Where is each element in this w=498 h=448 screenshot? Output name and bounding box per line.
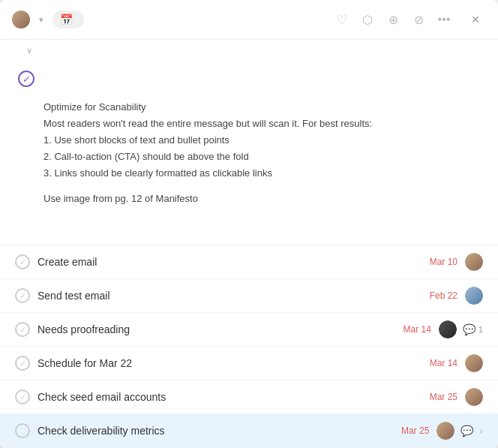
subtask-check-icon[interactable]: ✓ — [15, 356, 30, 371]
check-circle-done: ✓ — [18, 71, 34, 87]
subtask-arrow-icon: › — [479, 425, 483, 437]
subtask-right: Mar 25 — [430, 388, 483, 406]
link-button[interactable]: ⊘ — [406, 8, 430, 32]
subtask-avatar — [465, 388, 483, 406]
subtask-avatar — [465, 253, 483, 271]
subtask-avatar — [465, 287, 483, 305]
subtask-check-icon[interactable] — [15, 423, 30, 438]
people-button[interactable]: ⊕ — [381, 8, 405, 32]
user-dropdown-icon[interactable]: ▾ — [39, 15, 44, 25]
subtask-avatar — [439, 320, 457, 338]
subtask-check-icon[interactable]: ✓ — [15, 389, 30, 404]
subtask-row[interactable]: ✓Needs proofreadingMar 14💬1 — [0, 313, 498, 347]
subtask-name: Create email — [38, 256, 422, 268]
subtask-date: Mar 10 — [430, 257, 458, 267]
subtask-right: Feb 22 — [430, 287, 483, 305]
subtask-check-icon[interactable]: ✓ — [15, 322, 30, 337]
subtask-date: Mar 14 — [404, 324, 431, 335]
subtask-date: Mar 14 — [430, 358, 458, 368]
subtask-check-icon[interactable]: ✓ — [15, 288, 30, 303]
subtask-date: Feb 22 — [430, 290, 458, 301]
desc-line-3: 1. Use short blocks of text and bullet p… — [44, 132, 480, 149]
subtask-row[interactable]: ✓Schedule for Mar 22Mar 14 — [0, 347, 498, 380]
subtask-avatar — [465, 354, 483, 372]
comment-icon[interactable]: 💬 — [460, 425, 473, 437]
date-badge[interactable]: 📅 — [52, 11, 84, 29]
subtask-date: Mar 25 — [430, 392, 458, 402]
avatar — [12, 11, 30, 29]
main-content: ✓ Optimize for Scanability Most readers … — [0, 62, 498, 233]
subtask-name: Needs proofreading — [38, 323, 396, 335]
breadcrumb-caret-icon: ∨ — [26, 46, 32, 56]
more-button[interactable]: ••• — [432, 8, 456, 32]
subtasks-list: ✓Create emailMar 10✓Send test emailFeb 2… — [0, 245, 498, 448]
subtask-name: Check seed email accounts — [38, 391, 422, 403]
calendar-icon: 📅 — [60, 14, 73, 26]
task-header: ✓ — [18, 68, 480, 87]
subtask-right: Mar 25💬› — [401, 422, 483, 440]
subtask-name: Send test email — [38, 290, 422, 302]
task-completion-check[interactable]: ✓ — [18, 71, 34, 87]
subtask-row[interactable]: ✓Check seed email accountsMar 25 — [0, 380, 498, 414]
subtask-check-icon[interactable]: ✓ — [15, 254, 30, 269]
task-description: Optimize for Scanability Most readers wo… — [18, 99, 480, 208]
subtask-name: Schedule for Mar 22 — [38, 357, 422, 369]
desc-line-6: Use image from pg. 12 of Manifesto — [44, 191, 480, 207]
desc-line-1: Optimize for Scanability — [44, 99, 480, 116]
desc-line-4: 2. Call-to-action (CTA) should be above … — [44, 149, 480, 165]
comment-badge: 1 — [478, 325, 483, 334]
modal-header: ▾ 📅 ♡ ⬡ ⊕ ⊘ ••• × — [0, 0, 498, 40]
subtask-right: Mar 14💬1 — [404, 320, 483, 338]
subtask-date: Mar 25 — [401, 425, 429, 436]
subtask-right: Mar 14 — [430, 354, 483, 372]
heart-button[interactable]: ♡ — [330, 8, 354, 32]
subtask-avatar — [436, 422, 454, 440]
breadcrumb: ∨ — [0, 40, 498, 62]
subtask-right: Mar 10 — [430, 253, 483, 271]
subtask-row[interactable]: ✓Create emailMar 10 — [0, 245, 498, 279]
subtask-row[interactable]: ✓Send test emailFeb 22 — [0, 279, 498, 313]
breadcrumb-current[interactable]: ∨ — [24, 46, 32, 56]
task-modal: ▾ 📅 ♡ ⬡ ⊕ ⊘ ••• × ∨ ✓ Op — [0, 0, 498, 448]
subtask-row[interactable]: Check deliverability metricsMar 25💬› — [0, 414, 498, 448]
user-label: ▾ — [36, 15, 44, 25]
desc-line-2: Most readers won't read the entire messa… — [44, 116, 480, 132]
comment-icon[interactable]: 💬 — [463, 323, 476, 335]
header-actions: ♡ ⬡ ⊕ ⊘ ••• — [330, 8, 456, 32]
tag-button[interactable]: ⬡ — [356, 8, 380, 32]
desc-line-5: 3. Links should be clearly formatted as … — [44, 165, 480, 182]
subtask-name: Check deliverability metrics — [38, 425, 394, 437]
close-button[interactable]: × — [465, 9, 486, 30]
desc-spacer — [44, 182, 480, 191]
